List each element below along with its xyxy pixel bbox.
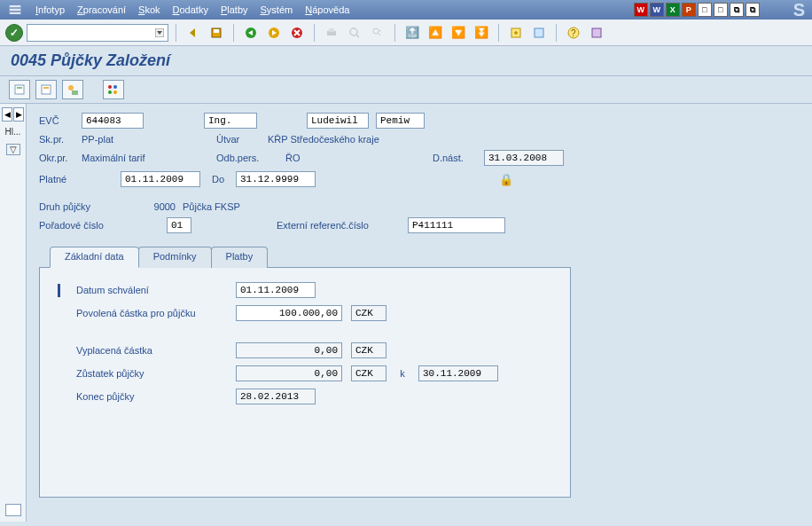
evc-label: EVČ xyxy=(39,115,74,126)
firstname-field[interactable]: Pemiw xyxy=(376,113,425,129)
platne-from-field[interactable]: 01.11.2009 xyxy=(121,171,200,187)
menu-infotyp[interactable]: Infotyp xyxy=(30,3,70,17)
customize-button[interactable] xyxy=(587,23,606,43)
lastname-field[interactable]: Ludeiwil xyxy=(307,113,369,129)
selection-bar xyxy=(58,284,60,297)
ext-icon-1[interactable]: W xyxy=(634,3,648,17)
help-button[interactable]: ? xyxy=(564,23,583,43)
povolena-cur: CZK xyxy=(351,305,386,321)
menu-platby[interactable]: Platby xyxy=(215,3,254,17)
svg-rect-21 xyxy=(592,28,601,37)
ext-icon-6[interactable]: □ xyxy=(714,3,728,17)
platne-to-field[interactable]: 31.12.9999 xyxy=(236,171,316,187)
odbpers-value: ŘO xyxy=(285,153,321,163)
app-btn-4[interactable] xyxy=(103,80,124,99)
prev-page-button[interactable]: 🔼 xyxy=(426,23,445,43)
svg-rect-23 xyxy=(17,87,22,89)
svg-rect-25 xyxy=(43,87,49,89)
svg-marker-2 xyxy=(190,28,195,37)
tab-platby[interactable]: Platby xyxy=(211,247,269,268)
app-btn-2[interactable] xyxy=(35,80,57,99)
menu-zpracovani[interactable]: Zpracování xyxy=(72,3,131,17)
next-page-button[interactable]: 🔽 xyxy=(449,23,468,43)
svg-point-26 xyxy=(68,85,74,90)
back-green-button[interactable] xyxy=(241,23,261,43)
svg-rect-22 xyxy=(15,85,24,94)
svg-point-30 xyxy=(108,90,112,94)
dnast-label: D.nást. xyxy=(433,153,477,163)
title-area: 0045 Půjčky Založení xyxy=(0,46,812,76)
svg-rect-24 xyxy=(42,85,51,94)
extref-field[interactable]: P411111 xyxy=(408,217,505,233)
shortcut-button[interactable] xyxy=(529,23,549,43)
lock-icon: 🔒 xyxy=(498,171,514,187)
por-label: Pořadové číslo xyxy=(39,220,137,231)
sidebar-prev[interactable]: ◀ xyxy=(2,107,12,122)
tab-podminky[interactable]: Podmínky xyxy=(138,247,212,268)
app-btn-3[interactable] xyxy=(62,80,83,99)
cancel-button[interactable] xyxy=(287,23,307,43)
svg-point-29 xyxy=(113,85,117,89)
por-field[interactable]: 01 xyxy=(167,217,191,233)
last-page-button[interactable]: ⏬ xyxy=(472,23,491,43)
sap-logo: S xyxy=(793,0,805,20)
vyplacena-label: Vyplacená částka xyxy=(76,345,227,356)
svg-line-13 xyxy=(356,35,359,37)
skpr-value: PP-plat xyxy=(82,134,188,145)
left-sidebar: ◀ ▶ Hl... ▽ xyxy=(0,104,27,522)
sidebar-mini-window[interactable] xyxy=(5,504,21,516)
svg-rect-18 xyxy=(535,28,543,37)
k-field: 30.11.2009 xyxy=(418,365,498,381)
utvar-value: KŘP Středočeského kraje xyxy=(268,134,379,145)
do-label: Do xyxy=(207,174,229,184)
new-session-button[interactable] xyxy=(506,23,526,43)
enter-button[interactable]: ✓ xyxy=(5,24,23,42)
command-dropdown-icon[interactable] xyxy=(153,27,166,39)
menu-dodatky[interactable]: Dodatky xyxy=(168,3,214,17)
menu-napoveda[interactable]: Nápověda xyxy=(300,3,355,17)
datum-label: Datum schválení xyxy=(76,285,227,295)
back-button[interactable] xyxy=(183,23,203,43)
evc-field[interactable]: 644083 xyxy=(82,113,144,129)
app-btn-1[interactable] xyxy=(9,80,30,99)
druh-code: 9000 xyxy=(144,201,176,212)
content-area: EVČ 644083 Ing. Ludeiwil Pemiw Sk.pr. PP… xyxy=(27,104,812,522)
app-menu-icon[interactable] xyxy=(7,4,23,16)
menu-system[interactable]: Systém xyxy=(255,3,299,17)
zustatek-cur: CZK xyxy=(351,365,386,381)
tab-panel-zakladni: Datum schválení 01.11.2009 Povolená část… xyxy=(39,267,571,498)
degree-field[interactable]: Ing. xyxy=(204,113,257,129)
povolena-field[interactable]: 100.000,00 xyxy=(236,305,342,321)
ext-icon-3[interactable]: X xyxy=(666,3,680,17)
menu-skok[interactable]: Skok xyxy=(133,3,165,17)
exit-button[interactable] xyxy=(264,23,284,43)
svg-rect-11 xyxy=(329,28,334,32)
druh-text: Půjčka FKSP xyxy=(183,201,240,212)
app-toolbar xyxy=(0,76,812,104)
ext-icon-4[interactable]: P xyxy=(682,3,696,17)
ext-icon-7[interactable]: ⧉ xyxy=(730,3,744,17)
ext-icon-2[interactable]: W xyxy=(650,3,664,17)
povolena-label: Povolená částka pro půjčku xyxy=(76,308,227,318)
konec-field: 28.02.2013 xyxy=(236,389,316,404)
ext-icon-8[interactable]: ⧉ xyxy=(746,3,760,17)
skpr-label: Sk.pr. xyxy=(39,134,74,145)
sidebar-next[interactable]: ▶ xyxy=(13,107,24,122)
sidebar-expand[interactable]: ▽ xyxy=(6,144,20,155)
odbpers-label: Odb.pers. xyxy=(216,153,278,163)
datum-field[interactable]: 01.11.2009 xyxy=(236,282,316,298)
save-button[interactable] xyxy=(207,23,226,43)
extref-label: Externí referenč.číslo xyxy=(277,220,401,231)
first-page-button[interactable]: 🔝 xyxy=(402,23,422,43)
konec-label: Konec půjčky xyxy=(76,391,227,402)
dnast-field: 31.03.2008 xyxy=(484,150,564,166)
menu-bar: Infotyp Zpracování Skok Dodatky Platby S… xyxy=(0,0,812,20)
svg-line-15 xyxy=(378,33,380,35)
zustatek-label: Zůstatek půjčky xyxy=(76,368,227,379)
standard-toolbar: ✓ + 🔝 🔼 🔽 ⏬ ? xyxy=(0,20,812,46)
ext-icon-5[interactable]: □ xyxy=(698,3,712,17)
tab-zakladni-data[interactable]: Základní data xyxy=(50,247,139,268)
find-next-button: + xyxy=(368,23,387,43)
svg-rect-27 xyxy=(72,90,78,95)
command-field[interactable] xyxy=(27,24,168,42)
